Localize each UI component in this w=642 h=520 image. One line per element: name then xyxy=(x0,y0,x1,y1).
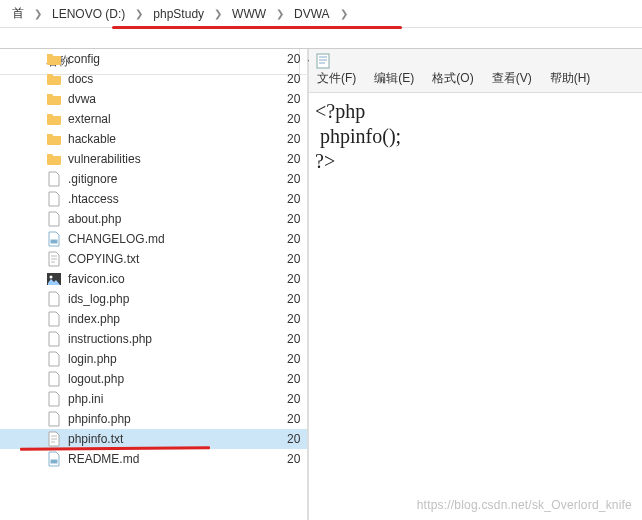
file-row[interactable]: php.ini20 xyxy=(0,389,307,409)
file-name: ids_log.php xyxy=(68,292,287,306)
file-date: 20 xyxy=(287,52,307,66)
file-name: vulnerabilities xyxy=(68,152,287,166)
file-icon xyxy=(46,371,62,387)
svg-point-5 xyxy=(50,276,53,279)
file-name: logout.php xyxy=(68,372,287,386)
file-name: phpinfo.php xyxy=(68,412,287,426)
editor-menu-bar[interactable]: 文件(F)编辑(E)格式(O)查看(V)帮助(H) xyxy=(313,68,594,89)
editor-menu-item[interactable]: 查看(V) xyxy=(488,68,536,89)
chevron-right-icon: ❯ xyxy=(274,8,286,19)
file-row[interactable]: docs20 xyxy=(0,69,307,89)
img-icon xyxy=(46,271,62,287)
file-icon xyxy=(46,171,62,187)
folder-icon xyxy=(46,51,62,67)
file-date: 20 xyxy=(287,172,307,186)
editor-menu-item[interactable]: 编辑(E) xyxy=(370,68,418,89)
file-date: 20 xyxy=(287,192,307,206)
code-line-2: phpinfo(); xyxy=(315,125,401,147)
file-date: 20 xyxy=(287,452,307,466)
folder-icon xyxy=(46,91,62,107)
file-date: 20 xyxy=(287,312,307,326)
file-icon xyxy=(46,391,62,407)
svg-rect-10 xyxy=(317,54,329,68)
breadcrumb-seg-2[interactable]: WWW xyxy=(226,5,272,23)
file-row[interactable]: ids_log.php20 xyxy=(0,289,307,309)
code-line-3: ?> xyxy=(315,150,335,172)
folder-icon xyxy=(46,111,62,127)
file-row[interactable]: phpinfo.php20 xyxy=(0,409,307,429)
code-line-1: <?php xyxy=(315,100,365,122)
file-row[interactable]: instructions.php20 xyxy=(0,329,307,349)
breadcrumb-seg-3[interactable]: DVWA xyxy=(288,5,336,23)
file-date: 20 xyxy=(287,132,307,146)
file-name: hackable xyxy=(68,132,287,146)
file-date: 20 xyxy=(287,232,307,246)
editor-pane: 文件(F)编辑(E)格式(O)查看(V)帮助(H) <?php phpinfo(… xyxy=(308,49,642,520)
editor-body[interactable]: <?php phpinfo(); ?> xyxy=(309,93,642,180)
folder-icon xyxy=(46,151,62,167)
file-name: external xyxy=(68,112,287,126)
editor-menu-item[interactable]: 格式(O) xyxy=(428,68,477,89)
txt-icon xyxy=(46,431,62,447)
breadcrumb[interactable]: 首 ❯ LENOVO (D:) ❯ phpStudy ❯ WWW ❯ DVWA … xyxy=(0,0,642,28)
breadcrumb-seg-0[interactable]: LENOVO (D:) xyxy=(46,5,131,23)
file-list[interactable]: config20docs20dvwa20external20hackable20… xyxy=(0,49,307,514)
file-row[interactable]: index.php20 xyxy=(0,309,307,329)
file-row[interactable]: external20 xyxy=(0,109,307,129)
md-icon xyxy=(46,231,62,247)
file-row[interactable]: favicon.ico20 xyxy=(0,269,307,289)
file-name: .htaccess xyxy=(68,192,287,206)
file-date: 20 xyxy=(287,272,307,286)
file-date: 20 xyxy=(287,432,307,446)
watermark: https://blog.csdn.net/sk_Overlord_knife xyxy=(417,498,632,512)
breadcrumb-edge: 首 xyxy=(6,3,30,24)
file-name: php.ini xyxy=(68,392,287,406)
file-row[interactable]: README.md20 xyxy=(0,449,307,469)
file-row[interactable]: .gitignore20 xyxy=(0,169,307,189)
chevron-right-icon: ❯ xyxy=(133,8,145,19)
file-row[interactable]: about.php20 xyxy=(0,209,307,229)
file-row[interactable]: config20 xyxy=(0,49,307,69)
file-date: 20 xyxy=(287,212,307,226)
chevron-right-icon: ❯ xyxy=(212,8,224,19)
file-date: 20 xyxy=(287,352,307,366)
annotation-underline xyxy=(112,26,402,29)
file-name: COPYING.txt xyxy=(68,252,287,266)
file-row[interactable]: .htaccess20 xyxy=(0,189,307,209)
breadcrumb-seg-1[interactable]: phpStudy xyxy=(147,5,210,23)
file-date: 20 xyxy=(287,412,307,426)
file-icon xyxy=(46,191,62,207)
file-row[interactable]: dvwa20 xyxy=(0,89,307,109)
file-date: 20 xyxy=(287,292,307,306)
editor-menu-item[interactable]: 帮助(H) xyxy=(546,68,595,89)
file-list-pane: config20docs20dvwa20external20hackable20… xyxy=(0,49,308,520)
file-icon xyxy=(46,211,62,227)
file-name: config xyxy=(68,52,287,66)
content-area: config20docs20dvwa20external20hackable20… xyxy=(0,48,642,520)
editor-menu-item[interactable]: 文件(F) xyxy=(313,68,360,89)
file-date: 20 xyxy=(287,392,307,406)
file-name: favicon.ico xyxy=(68,272,287,286)
file-name: README.md xyxy=(68,452,287,466)
file-date: 20 xyxy=(287,92,307,106)
notepad-icon xyxy=(315,53,331,69)
file-icon xyxy=(46,291,62,307)
file-name: docs xyxy=(68,72,287,86)
file-name: instructions.php xyxy=(68,332,287,346)
folder-icon xyxy=(46,71,62,87)
chevron-right-icon: ❯ xyxy=(338,8,350,19)
file-row[interactable]: phpinfo.txt20 xyxy=(0,429,307,449)
file-date: 20 xyxy=(287,152,307,166)
file-row[interactable]: CHANGELOG.md20 xyxy=(0,229,307,249)
file-name: index.php xyxy=(68,312,287,326)
file-row[interactable]: login.php20 xyxy=(0,349,307,369)
file-date: 20 xyxy=(287,252,307,266)
file-name: .gitignore xyxy=(68,172,287,186)
file-date: 20 xyxy=(287,332,307,346)
file-row[interactable]: vulnerabilities20 xyxy=(0,149,307,169)
file-row[interactable]: COPYING.txt20 xyxy=(0,249,307,269)
txt-icon xyxy=(46,251,62,267)
file-name: login.php xyxy=(68,352,287,366)
file-row[interactable]: logout.php20 xyxy=(0,369,307,389)
file-row[interactable]: hackable20 xyxy=(0,129,307,149)
